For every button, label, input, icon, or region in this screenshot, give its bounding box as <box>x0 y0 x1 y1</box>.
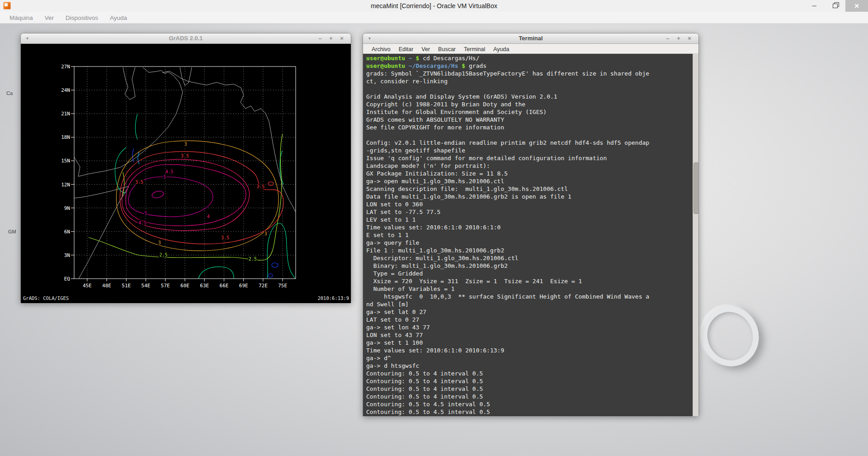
host-menu: MáquinaVerDispositivosAyuda <box>4 14 133 22</box>
terminal-line: Data file multi_1.glo_30m.hs.201006.grb2… <box>366 193 692 200</box>
host-minimize-button[interactable]: ─ <box>804 0 825 12</box>
terminal-line: Time values set: 2010:6:1:0 2010:6:1:0 <box>366 223 692 231</box>
host-menu-item-dispositivos[interactable]: Dispositivos <box>60 14 104 21</box>
terminal-output: user@ubuntu ~ $ cd Descargas/Hs/user@ubu… <box>366 54 692 416</box>
grads-window-title: GrADS 2.0.1 <box>21 33 351 43</box>
desktop-icon-label[interactable]: GM <box>8 229 16 234</box>
host-titlebar: mecaMint [Corriendo] - Oracle VM Virtual… <box>0 0 868 12</box>
terminal-line: Landscape mode? ('n' for portrait): <box>366 162 692 170</box>
virtualbox-window: mecaMint [Corriendo] - Oracle VM Virtual… <box>0 0 868 456</box>
plot-attribution: GrADS: COLA/IGES <box>23 295 69 301</box>
plot-gridlines <box>74 66 296 279</box>
terminal-menu-item-buscar[interactable]: Buscar <box>434 46 460 52</box>
contour-lines <box>89 114 295 279</box>
terminal-line: File 1 : multi_1.glo_30m.hs.201006.grb2 <box>366 247 692 254</box>
y-tick-label: 9N <box>64 205 70 211</box>
terminal-menu-item-ver[interactable]: Ver <box>417 46 434 52</box>
terminal-maximize-button[interactable]: + <box>673 33 684 43</box>
contour-label: 4.5 <box>138 220 146 225</box>
contour-label: 2.5 <box>159 252 167 257</box>
contour-labels: 33.54.553.53.554.543.5332.52.5 <box>135 142 267 261</box>
terminal-line: LAT set to 0 27 <box>366 316 692 323</box>
terminal-line: Contouring: 0.5 to 4.5 interval 0.5 <box>366 408 692 416</box>
terminal-line: ga-> open multi_1.glo_30m.hs.201006.ctl <box>366 177 692 185</box>
host-menu-item-máquina[interactable]: Máquina <box>4 14 39 21</box>
terminal-line: LAT set to -77.5 77.5 <box>366 208 692 216</box>
terminal-line: Binary: multi_1.glo_30m.hs.201006.grb2 <box>366 262 692 270</box>
terminal-body[interactable]: user@ubuntu ~ $ cd Descargas/Hs/user@ubu… <box>363 54 698 416</box>
y-tick-label: 27N <box>61 64 70 70</box>
contour-label: 3.5 <box>256 184 264 189</box>
terminal-line: LON set to 43 77 <box>366 331 692 339</box>
y-tick-label: 15N <box>61 158 70 164</box>
terminal-line: Type = Gridded <box>366 270 692 277</box>
contour-label: 4 <box>207 214 210 219</box>
host-window-title: mecaMint [Corriendo] - Oracle VM Virtual… <box>0 0 868 12</box>
contour-label: 4.5 <box>165 169 173 174</box>
host-close-button[interactable]: ✕ <box>845 0 868 12</box>
x-tick-label: 57E <box>161 283 170 289</box>
terminal-titlebar[interactable]: ▾ Terminal –+× <box>363 33 698 44</box>
terminal-line: user@ubuntu ~/Descargas/Hs $ grads <box>366 62 692 70</box>
terminal-line: GX Package Initialization: Size = 11 8.5 <box>366 170 692 177</box>
terminal-line: Xsize = 720 Ysize = 311 Zsize = 1 Tsize … <box>366 277 692 285</box>
terminal-line: nd Swell [m] <box>366 300 692 308</box>
terminal-line: Number of Variables = 1 <box>366 285 692 293</box>
terminal-line: Contouring: 0.5 to 4 interval 0.5 <box>366 377 692 385</box>
x-tick-label: 48E <box>102 283 111 289</box>
terminal-line: Config: v2.0.1 little-endian readline pr… <box>366 139 692 147</box>
terminal-window[interactable]: ▾ Terminal –+× ArchivoEditarVerBuscarTer… <box>363 33 699 416</box>
contour-label: 3.5 <box>181 153 189 158</box>
y-tick-label: EQ <box>64 276 70 282</box>
terminal-line: Grid Analysis and Display System (GrADS)… <box>366 93 692 100</box>
terminal-line: Contouring: 0.5 to 4 interval 0.5 <box>366 393 692 400</box>
terminal-window-controls: –+× <box>662 33 695 43</box>
grads-titlebar[interactable]: ▾ GrADS 2.0.1 –+× <box>21 33 351 44</box>
y-tick-label: 24N <box>61 87 70 93</box>
contour-label: 5 <box>145 211 147 216</box>
grads-window-controls: –+× <box>315 33 347 43</box>
host-menu-item-ayuda[interactable]: Ayuda <box>104 14 133 21</box>
terminal-line: Contouring: 0.5 to 4 interval 0.5 <box>366 385 692 393</box>
x-tick-label: 45E <box>83 283 92 289</box>
desktop-icon-label[interactable]: Ca <box>6 90 13 96</box>
terminal-line: LEV set to 1 1 <box>366 216 692 223</box>
terminal-line: E set to 1 1 <box>366 231 692 239</box>
grads-canvas: 45E48E51E54E57E60E63E66E69E72E75EEQ3N6N9… <box>21 44 351 303</box>
x-tick-label: 63E <box>200 283 209 289</box>
x-tick-label: 75E <box>278 283 287 289</box>
host-menu-item-ver[interactable]: Ver <box>39 14 60 21</box>
host-restore-button[interactable] <box>825 0 845 12</box>
x-tick-label: 51E <box>122 283 131 289</box>
terminal-line: Contouring: 0.5 to 4.5 interval 0.5 <box>366 400 692 408</box>
grads-minimize-button[interactable]: – <box>315 33 326 43</box>
y-tick-label: 12N <box>61 182 70 188</box>
terminal-line: Time values set: 2010:6:1:0 2010:6:13:9 <box>366 347 692 354</box>
grads-window[interactable]: ▾ GrADS 2.0.1 –+× <box>20 33 351 303</box>
terminal-menu-item-ayuda[interactable]: Ayuda <box>489 46 513 52</box>
host-menubar: MáquinaVerDispositivosAyuda <box>0 12 868 24</box>
terminal-line: ga-> d^ <box>366 354 692 362</box>
y-tick-label: 6N <box>64 229 70 235</box>
grads-plot: 45E48E51E54E57E60E63E66E69E72E75EEQ3N6N9… <box>21 44 351 303</box>
terminal-menu-item-terminal[interactable]: Terminal <box>460 46 489 52</box>
terminal-menu-item-archivo[interactable]: Archivo <box>368 46 395 52</box>
terminal-minimize-button[interactable]: – <box>662 33 673 43</box>
terminal-line: Scanning description file: multi_1.glo_3… <box>366 185 692 193</box>
terminal-menu-item-editar[interactable]: Editar <box>395 46 418 52</box>
grads-close-button[interactable]: × <box>336 33 347 43</box>
terminal-window-title: Terminal <box>363 33 698 43</box>
x-tick-label: 54E <box>142 283 151 289</box>
x-tick-label: 72E <box>259 283 268 289</box>
terminal-line: user@ubuntu ~ $ cd Descargas/Hs/ <box>366 54 692 62</box>
scrollbar-thumb[interactable] <box>693 162 698 214</box>
terminal-scrollbar[interactable] <box>693 54 698 416</box>
plot-timestamp: 2010:6:13:9 <box>317 295 349 301</box>
terminal-line: ga-> d htsgwsfc <box>366 362 692 370</box>
terminal-line: ga-> set lat 0 27 <box>366 308 692 316</box>
y-tick-label: 21N <box>61 111 70 117</box>
terminal-line: Institute for Global Environment and Soc… <box>366 108 692 116</box>
wallpaper-ring-graphic <box>693 299 766 374</box>
grads-maximize-button[interactable]: + <box>326 33 336 43</box>
terminal-close-button[interactable]: × <box>684 33 695 43</box>
